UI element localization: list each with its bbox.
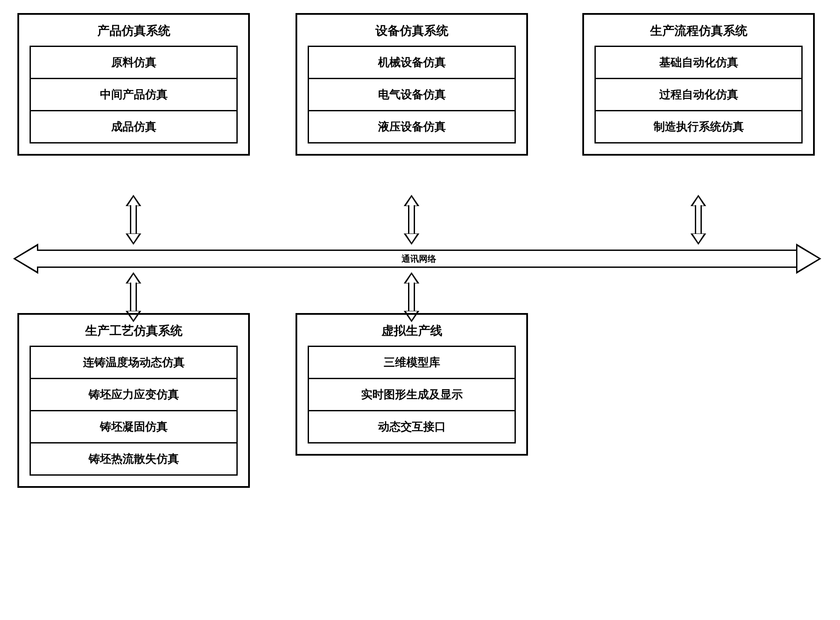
item-box: 过程自动化仿真	[594, 78, 803, 111]
item-box: 三维模型库	[308, 346, 516, 379]
item-box: 铸坯热流散失仿真	[30, 442, 238, 476]
system-box-process: 生产工艺仿真系统 连铸温度场动态仿真 铸坯应力应变仿真 铸坯凝固仿真 铸坯热流散…	[17, 313, 250, 488]
bus-arrow: 通讯网络	[13, 243, 821, 274]
item-box: 实时图形生成及显示	[308, 378, 516, 411]
item-box: 电气设备仿真	[308, 78, 516, 111]
system-title-process: 生产工艺仿真系统	[30, 323, 238, 339]
connector-arrow-icon	[404, 195, 419, 245]
item-box: 原料仿真	[30, 46, 238, 79]
item-box: 动态交互接口	[308, 410, 516, 443]
item-box: 制造执行系统仿真	[594, 110, 803, 143]
system-title-virtual: 虚拟生产线	[308, 323, 516, 339]
item-box: 连铸温度场动态仿真	[30, 346, 238, 379]
system-title-flow: 生产流程仿真系统	[594, 23, 803, 39]
system-box-flow: 生产流程仿真系统 基础自动化仿真 过程自动化仿真 制造执行系统仿真	[582, 13, 815, 156]
system-title-product: 产品仿真系统	[30, 23, 238, 39]
item-box: 铸坯应力应变仿真	[30, 378, 238, 411]
diagram-canvas: 产品仿真系统 原料仿真 中间产品仿真 成品仿真 设备仿真系统 机械设备仿真 电气…	[9, 9, 831, 611]
item-box: 基础自动化仿真	[594, 46, 803, 79]
item-box: 机械设备仿真	[308, 46, 516, 79]
system-box-equipment: 设备仿真系统 机械设备仿真 电气设备仿真 液压设备仿真	[295, 13, 528, 156]
item-box: 中间产品仿真	[30, 78, 238, 111]
system-box-virtual: 虚拟生产线 三维模型库 实时图形生成及显示 动态交互接口	[295, 313, 528, 456]
item-box: 成品仿真	[30, 110, 238, 143]
system-title-equipment: 设备仿真系统	[308, 23, 516, 39]
connector-arrow-icon	[691, 195, 706, 245]
bus-label: 通讯网络	[402, 253, 436, 265]
connector-arrow-icon	[126, 195, 141, 245]
item-box: 铸坯凝固仿真	[30, 410, 238, 443]
item-box: 液压设备仿真	[308, 110, 516, 143]
system-box-product: 产品仿真系统 原料仿真 中间产品仿真 成品仿真	[17, 13, 250, 156]
